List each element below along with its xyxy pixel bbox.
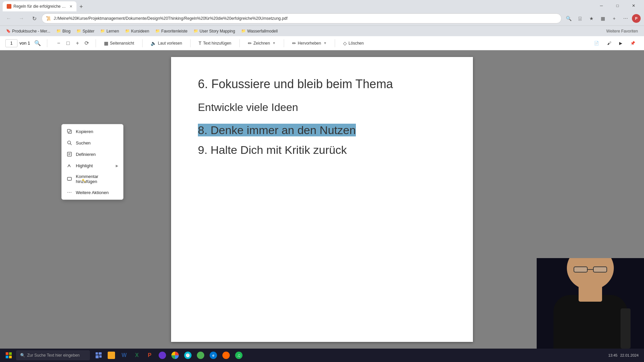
collections-icon[interactable]: ▦ [598, 13, 608, 23]
active-tab[interactable]: Regeln für die erfolgreiche Ums... ✕ [3, 1, 76, 11]
powerpoint-app[interactable]: P [144, 349, 156, 361]
search-toolbar-icon[interactable]: 🔍 [564, 13, 574, 23]
minimize-button[interactable]: ─ [594, 0, 609, 11]
highlight-arrow-icon: ▶ [116, 164, 118, 168]
divider-7 [335, 39, 335, 47]
add-text-button[interactable]: T Text hinzufügen [195, 39, 235, 47]
zoom-out-button[interactable]: − [55, 39, 63, 47]
new-tab-button[interactable]: + [76, 2, 86, 11]
svg-rect-16 [96, 355, 99, 358]
ctx-highlight[interactable]: Highlight ▶ [62, 160, 123, 171]
bookmark-wasserfallmodell[interactable]: 📁 Wasserfallmodell [238, 28, 280, 34]
settings-icon[interactable]: ⋯ [621, 13, 631, 23]
fit-button[interactable]: ▶ [616, 40, 626, 47]
spotify-app[interactable]: ♫ [233, 349, 245, 361]
divider-1 [47, 39, 47, 47]
pdf-right-tools: 📄 🖌 ▶ 📌 [591, 40, 639, 47]
close-button[interactable]: ✕ [626, 0, 641, 11]
taskbar-search-text: Zur Suche Text hier eingeben [27, 353, 80, 358]
more-icon: ⋯ [66, 189, 72, 195]
pen-icon: ✏ [248, 41, 252, 46]
pdf-search-button[interactable]: 🔍 [33, 39, 42, 48]
pdf-toolbar: 1 von 1 🔍 − □ + ⟳ ▦ Seitenansicht 🔈 Laut… [0, 36, 644, 50]
refresh-button[interactable]: ↻ [29, 13, 40, 24]
profile-avatar[interactable]: P [632, 14, 641, 23]
taskview-button[interactable] [93, 349, 105, 361]
page-navigation: 1 von 1 [5, 39, 30, 47]
zoom-in-button[interactable]: + [73, 39, 82, 47]
taskbar-date: 22.01.2024 [620, 353, 639, 357]
search-icon [66, 140, 72, 146]
svg-rect-14 [96, 352, 98, 355]
favorites-icon[interactable]: ★ [586, 13, 596, 23]
ctx-more-actions[interactable]: ⋯ Weitere Aktionen [62, 187, 123, 198]
webcam-video [537, 258, 644, 349]
forward-button[interactable]: → [16, 13, 27, 24]
divider-4 [190, 39, 191, 47]
tab-favicon [7, 4, 11, 9]
ink-button[interactable]: 🖌 [604, 40, 614, 47]
more-bookmarks[interactable]: Weitere Favoriten [604, 28, 641, 34]
webcam-overlay [537, 258, 644, 349]
comment-icon [66, 176, 72, 182]
bookmark-kursideen[interactable]: 📁 Kursideen [122, 28, 152, 34]
taskbar-search-icon: 🔍 [20, 353, 25, 358]
erase-button[interactable]: ◇ Löschen [340, 39, 367, 47]
ctx-define[interactable]: Definieren [62, 148, 123, 160]
orange-app[interactable] [220, 349, 232, 361]
ctx-more-label: Weitere Aktionen [76, 190, 109, 195]
taskbar-search[interactable]: 🔍 Zur Suche Text hier eingeben [16, 350, 90, 360]
downloads-icon[interactable]: ⍗ [575, 13, 585, 23]
clock-app[interactable]: 🕐 [182, 349, 194, 361]
ctx-copy-label: Kopieren [76, 129, 93, 134]
excel-app[interactable]: X [131, 349, 143, 361]
page-number-input[interactable]: 1 [5, 39, 17, 47]
ctx-search[interactable]: Suchen [62, 137, 123, 148]
svg-rect-13 [9, 356, 12, 358]
highlight-button[interactable]: ✏ Hervorheben ▼ [289, 39, 330, 47]
read-aloud-button[interactable]: 🔈 Laut vorlesen [147, 39, 185, 47]
ctx-copy[interactable]: Kopieren [62, 126, 123, 137]
pdf-heading-6: 6. Fokussiere und bleib beim Thema [198, 77, 446, 91]
draw-button[interactable]: ✏ Zeichnen ▼ [245, 39, 279, 47]
file-explorer-app[interactable] [105, 349, 117, 361]
pin-button[interactable]: 📌 [627, 40, 639, 47]
bookmark-user-story-mapping[interactable]: 📁 User Story Mapping [191, 28, 238, 34]
word-app[interactable]: W [118, 349, 130, 361]
back-button[interactable]: ← [3, 13, 14, 24]
copy-icon [66, 128, 72, 134]
title-bar: Regeln für die erfolgreiche Ums... ✕ + ─… [0, 0, 644, 11]
define-icon [66, 151, 72, 157]
pdf-subheading: Entwickle viele Ideen [198, 101, 446, 114]
rotate-button[interactable]: ⟳ [83, 39, 91, 47]
bookmark-produktsuche[interactable]: 🔖 Produktsuche - Mer... [3, 28, 53, 34]
divider-6 [284, 39, 284, 47]
svg-rect-12 [6, 356, 8, 358]
ctx-add-comment[interactable]: Kommentar hinzufügen [62, 171, 123, 187]
pdf-item-8: 8. Denke immer an den Nutzen [198, 124, 446, 137]
context-menu: Kopieren Suchen [61, 124, 123, 200]
window-controls: ─ □ ✕ [594, 0, 641, 11]
tab-close-button[interactable]: ✕ [69, 4, 72, 9]
url-bar[interactable]: 📜 J:/Meine%20Kurse/Projektmanagement/Dok… [42, 13, 561, 23]
start-button[interactable] [3, 349, 15, 361]
ctx-define-label: Definieren [76, 152, 96, 157]
bookmark-favoritenleiste[interactable]: 📁 Favoritenleiste [153, 28, 190, 34]
chrome-app[interactable] [169, 349, 181, 361]
taskbar-apps: W X P 🕐 e ♫ [93, 349, 245, 361]
green-app[interactable] [195, 349, 207, 361]
taskbar: 🔍 Zur Suche Text hier eingeben W X P [0, 349, 644, 362]
edge-app[interactable]: e [207, 349, 219, 361]
bookmark-später[interactable]: 📁 Später [74, 28, 97, 34]
page-view-button[interactable]: ▦ Seitenansicht [101, 39, 138, 47]
purple-app[interactable] [156, 349, 168, 361]
bookmark-blog[interactable]: 📁 Blog [54, 28, 73, 34]
fit-page-button[interactable]: □ [64, 39, 72, 47]
svg-rect-1 [67, 129, 70, 132]
browser-add-icon[interactable]: + [609, 13, 619, 23]
bookmark-lernen[interactable]: 📁 Lernen [98, 28, 121, 34]
ctx-search-label: Suchen [76, 140, 91, 145]
page-view-icon: ▦ [104, 41, 108, 46]
add-note-button[interactable]: 📄 [591, 40, 602, 47]
maximize-button[interactable]: □ [610, 0, 625, 11]
